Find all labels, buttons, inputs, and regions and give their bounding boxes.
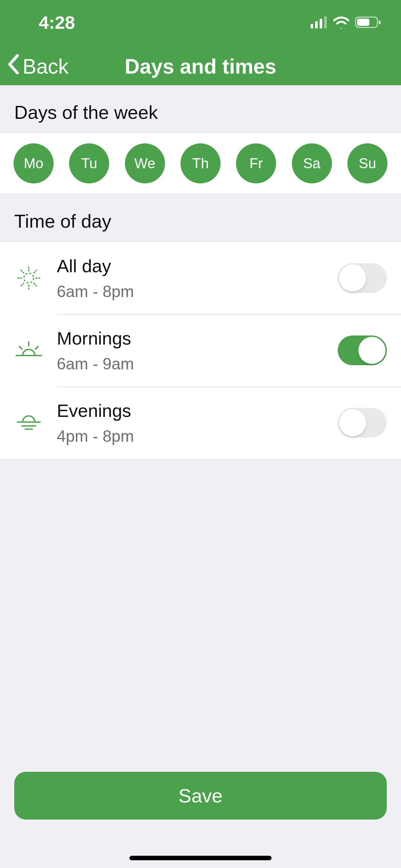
status-bar: 4:28 <box>0 0 401 48</box>
svg-line-18 <box>19 346 22 349</box>
svg-line-12 <box>21 270 24 273</box>
time-subtitle: 4pm - 8pm <box>57 427 338 445</box>
back-button[interactable]: Back <box>7 48 68 85</box>
day-chip-fr[interactable]: Fr <box>236 144 276 183</box>
time-row-evenings: Evenings 4pm - 8pm <box>0 386 401 459</box>
svg-rect-1 <box>315 21 318 28</box>
svg-line-19 <box>35 346 38 349</box>
svg-line-15 <box>34 270 36 273</box>
svg-rect-2 <box>320 19 322 28</box>
cellular-icon <box>311 16 328 28</box>
day-chip-tu[interactable]: Tu <box>69 144 109 183</box>
time-list: All day 6am - 8pm Mornings 6a <box>0 242 401 459</box>
sun-icon <box>11 265 47 291</box>
svg-point-7 <box>24 273 34 283</box>
day-chip-sa[interactable]: Sa <box>292 144 332 183</box>
nav-header: Back Days and times <box>0 48 401 85</box>
chevron-left-icon <box>7 54 20 80</box>
section-header-time: Time of day <box>0 194 401 242</box>
sunset-icon <box>11 409 47 436</box>
toggle-all-day[interactable] <box>338 263 387 293</box>
toggle-mornings[interactable] <box>338 336 387 365</box>
day-chip-mo[interactable]: Mo <box>13 144 54 183</box>
day-chip-th[interactable]: Th <box>181 144 220 183</box>
wifi-icon <box>333 16 350 29</box>
days-row: Mo Tu We Th Fr Sa Su <box>0 133 401 194</box>
svg-rect-5 <box>357 19 369 26</box>
day-chip-we[interactable]: We <box>125 144 165 183</box>
svg-line-13 <box>34 283 36 286</box>
time-subtitle: 6am - 8pm <box>57 282 338 301</box>
time-row-all-day: All day 6am - 8pm <box>0 242 401 314</box>
save-area: Save <box>0 760 401 868</box>
svg-rect-0 <box>311 24 313 28</box>
svg-rect-6 <box>379 20 381 24</box>
back-label: Back <box>23 55 68 79</box>
section-header-days: Days of the week <box>0 85 401 133</box>
home-indicator <box>129 856 272 860</box>
svg-line-14 <box>21 283 24 286</box>
time-title: Mornings <box>57 328 338 349</box>
day-chip-su[interactable]: Su <box>347 144 388 183</box>
status-icons <box>311 16 382 29</box>
time-title: Evenings <box>57 400 338 421</box>
status-time: 4:28 <box>39 12 75 33</box>
svg-rect-3 <box>324 16 327 28</box>
battery-icon <box>355 16 382 28</box>
time-row-mornings: Mornings 6am - 9am <box>0 314 401 386</box>
time-title: All day <box>57 255 338 276</box>
save-button[interactable]: Save <box>14 772 387 819</box>
time-subtitle: 6am - 9am <box>57 354 338 373</box>
toggle-evenings[interactable] <box>338 408 387 438</box>
sunrise-icon <box>11 337 47 364</box>
